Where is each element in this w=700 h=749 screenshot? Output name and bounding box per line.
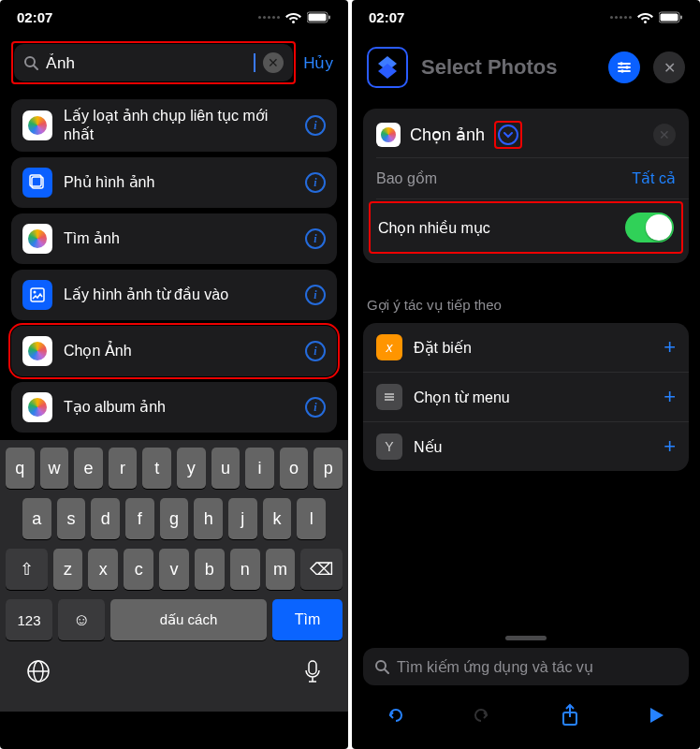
clear-icon[interactable]: ✕ bbox=[263, 52, 284, 73]
keyboard-bottom bbox=[0, 644, 348, 712]
key-e[interactable]: e bbox=[74, 448, 103, 489]
key-emoji[interactable]: ☺ bbox=[58, 599, 105, 640]
expand-chevron-icon[interactable] bbox=[498, 125, 518, 145]
status-icons bbox=[610, 11, 683, 23]
photos-icon bbox=[376, 123, 401, 147]
keyboard: q w e r t y u i o p a s d f g h j k l ⇧ … bbox=[0, 440, 348, 644]
settings-button[interactable] bbox=[608, 51, 640, 83]
select-multiple-label: Chọn nhiều mục bbox=[378, 219, 490, 237]
key-f[interactable]: f bbox=[125, 498, 154, 539]
suggestion-if[interactable]: Y Nếu + bbox=[363, 421, 689, 471]
info-icon[interactable]: i bbox=[305, 285, 326, 305]
wifi-icon bbox=[637, 11, 653, 23]
key-c[interactable]: c bbox=[124, 549, 153, 590]
search-icon bbox=[23, 55, 38, 70]
close-button[interactable]: ✕ bbox=[653, 51, 685, 83]
card-area: Chọn ảnh ✕ Bao gồm Tất cả Chọn nhiều mục bbox=[352, 97, 700, 274]
key-search[interactable]: Tìm bbox=[272, 599, 343, 640]
key-x[interactable]: x bbox=[88, 549, 118, 590]
battery-icon bbox=[659, 11, 683, 23]
shortcuts-icon bbox=[22, 280, 52, 310]
key-j[interactable]: j bbox=[228, 498, 257, 539]
key-w[interactable]: w bbox=[40, 448, 69, 489]
key-y[interactable]: y bbox=[177, 448, 206, 489]
key-p[interactable]: p bbox=[314, 448, 343, 489]
select-multiple-toggle[interactable] bbox=[625, 213, 674, 242]
action-card: Chọn ảnh ✕ Bao gồm Tất cả Chọn nhiều mục bbox=[363, 109, 689, 263]
action-label: Lấy hình ảnh từ đầu vào bbox=[64, 286, 294, 304]
plus-icon[interactable]: + bbox=[664, 335, 676, 360]
suggestion-set-variable[interactable]: x Đặt biến + bbox=[363, 323, 689, 372]
mic-icon[interactable] bbox=[303, 659, 322, 683]
battery-icon bbox=[307, 11, 331, 23]
svg-rect-2 bbox=[328, 15, 330, 19]
key-m[interactable]: m bbox=[266, 549, 296, 590]
key-k[interactable]: k bbox=[263, 498, 292, 539]
wifi-icon bbox=[285, 11, 301, 23]
plus-icon[interactable]: + bbox=[664, 385, 676, 409]
search-input[interactable] bbox=[46, 53, 255, 72]
suggestion-choose-menu[interactable]: Chọn từ menu + bbox=[363, 372, 689, 421]
key-n[interactable]: n bbox=[230, 549, 260, 590]
key-g[interactable]: g bbox=[160, 498, 189, 539]
right-phone: 02:07 Select Photos ✕ Chọn ảnh bbox=[352, 0, 700, 749]
key-o[interactable]: o bbox=[280, 448, 309, 489]
toolbar bbox=[352, 693, 700, 749]
action-item-burst[interactable]: Lấy loạt ảnh chụp liên tục mới nhất i bbox=[11, 99, 337, 152]
include-value[interactable]: Tất cả bbox=[632, 169, 676, 187]
plus-icon[interactable]: + bbox=[664, 434, 676, 459]
action-item-getinput[interactable]: Lấy hình ảnh từ đầu vào i bbox=[11, 270, 337, 320]
info-icon[interactable]: i bbox=[305, 397, 326, 418]
key-t[interactable]: t bbox=[142, 448, 171, 489]
search-field[interactable]: ✕ bbox=[14, 44, 293, 81]
photos-icon bbox=[22, 110, 52, 140]
suggestions-title: Gợi ý tác vụ tiếp theo bbox=[352, 274, 700, 323]
info-icon[interactable]: i bbox=[305, 341, 326, 361]
info-icon[interactable]: i bbox=[305, 228, 326, 249]
action-label: Tạo album ảnh bbox=[64, 398, 294, 417]
cancel-button[interactable]: Hủy bbox=[303, 53, 337, 73]
key-h[interactable]: h bbox=[194, 498, 223, 539]
action-item-create-album[interactable]: Tạo album ảnh i bbox=[11, 382, 337, 433]
key-space[interactable]: dấu cách bbox=[110, 599, 267, 640]
key-u[interactable]: u bbox=[211, 448, 241, 489]
action-item-find[interactable]: Tìm ảnh i bbox=[11, 213, 337, 264]
action-item-select-photo[interactable]: Chọn Ảnh i bbox=[11, 326, 337, 376]
key-d[interactable]: d bbox=[91, 498, 120, 539]
footer-placeholder: Tìm kiếm ứng dụng và tác vụ bbox=[397, 658, 593, 676]
shortcut-app-icon[interactable] bbox=[367, 47, 408, 88]
run-button[interactable] bbox=[642, 706, 672, 725]
undo-button[interactable] bbox=[380, 704, 410, 727]
key-i[interactable]: i bbox=[245, 448, 274, 489]
drag-handle[interactable] bbox=[505, 636, 547, 640]
footer-search[interactable]: Tìm kiếm ứng dụng và tác vụ bbox=[363, 648, 689, 685]
share-button[interactable] bbox=[555, 703, 585, 727]
info-icon[interactable]: i bbox=[305, 115, 326, 136]
key-r[interactable]: r bbox=[109, 448, 138, 489]
search-row: ✕ Hủy bbox=[0, 34, 348, 92]
svg-rect-1 bbox=[309, 13, 327, 21]
action-item-overlay[interactable]: Phủ hình ảnh i bbox=[11, 157, 337, 208]
key-backspace[interactable]: ⌫ bbox=[300, 549, 343, 590]
key-v[interactable]: v bbox=[159, 549, 189, 590]
key-s[interactable]: s bbox=[57, 498, 86, 539]
search-icon bbox=[374, 659, 389, 674]
info-icon[interactable]: i bbox=[305, 172, 326, 193]
delete-action-icon[interactable]: ✕ bbox=[653, 124, 676, 146]
key-z[interactable]: z bbox=[53, 549, 83, 590]
key-q[interactable]: q bbox=[6, 448, 35, 489]
status-bar: 02:07 bbox=[352, 0, 700, 34]
svg-line-26 bbox=[385, 669, 388, 673]
key-shift[interactable]: ⇧ bbox=[6, 549, 48, 590]
action-label: Tìm ảnh bbox=[64, 229, 294, 248]
key-123[interactable]: 123 bbox=[6, 599, 52, 640]
key-b[interactable]: b bbox=[195, 549, 225, 590]
svg-point-19 bbox=[620, 62, 623, 66]
include-label: Bao gồm bbox=[376, 169, 437, 187]
suggestions-list: x Đặt biến + Chọn từ menu + Y Nếu + bbox=[363, 323, 689, 471]
globe-icon[interactable] bbox=[26, 659, 51, 683]
key-a[interactable]: a bbox=[22, 498, 51, 539]
action-label: Lấy loạt ảnh chụp liên tục mới nhất bbox=[64, 107, 294, 144]
key-l[interactable]: l bbox=[297, 498, 326, 539]
redo-button[interactable] bbox=[467, 704, 497, 727]
